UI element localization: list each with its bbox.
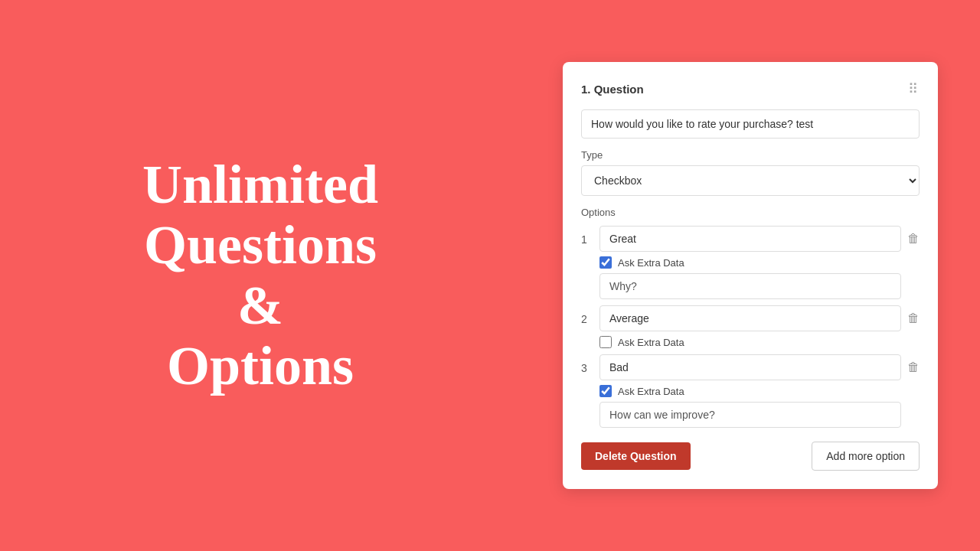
question-input[interactable] <box>581 109 920 139</box>
type-label: Type <box>581 149 920 161</box>
card-title: 1. Question <box>581 83 644 96</box>
hero-text: Unlimited Questions & Options <box>142 155 378 397</box>
drag-icon[interactable]: ⠿ <box>908 80 920 97</box>
ask-extra-data-checkbox-3[interactable] <box>599 385 612 397</box>
extra-data-row-1: Ask Extra Data <box>599 256 901 269</box>
option-row-3: 3 Ask Extra Data 🗑 <box>581 354 920 428</box>
left-panel: Unlimited Questions & Options <box>0 0 521 551</box>
card-footer: Delete Question Add more option <box>581 442 920 471</box>
option-input-2[interactable] <box>599 305 901 331</box>
delete-option-icon-2[interactable]: 🗑 <box>907 305 920 325</box>
hero-line1: Unlimited <box>142 155 378 215</box>
card-header: 1. Question ⠿ <box>581 80 920 97</box>
hero-line4: Options <box>142 336 378 396</box>
options-label: Options <box>581 207 920 218</box>
add-more-option-button[interactable]: Add more option <box>812 442 920 471</box>
option-input-1[interactable] <box>599 226 901 252</box>
ask-extra-data-label-2: Ask Extra Data <box>618 337 684 348</box>
hero-line3: & <box>142 276 378 336</box>
option-content-2: Ask Extra Data <box>599 305 901 348</box>
option-row-1: 1 Ask Extra Data 🗑 <box>581 226 920 299</box>
extra-data-row-3: Ask Extra Data <box>599 385 901 397</box>
right-panel: 1. Question ⠿ Type Checkbox Radio Text R… <box>521 0 980 551</box>
delete-option-icon-1[interactable]: 🗑 <box>907 226 920 246</box>
extra-data-row-2: Ask Extra Data <box>599 336 901 348</box>
option-number-3: 3 <box>581 354 593 374</box>
ask-extra-data-checkbox-1[interactable] <box>599 256 612 269</box>
option-number-2: 2 <box>581 305 593 325</box>
ask-extra-data-checkbox-2[interactable] <box>599 336 612 348</box>
option-content-1: Ask Extra Data <box>599 226 901 299</box>
ask-extra-data-label-3: Ask Extra Data <box>618 386 684 397</box>
delete-option-icon-3[interactable]: 🗑 <box>907 354 920 374</box>
extra-data-input-3[interactable] <box>599 402 901 428</box>
option-input-3[interactable] <box>599 354 901 380</box>
delete-question-button[interactable]: Delete Question <box>581 442 691 470</box>
ask-extra-data-label-1: Ask Extra Data <box>618 257 684 269</box>
question-card: 1. Question ⠿ Type Checkbox Radio Text R… <box>563 62 938 489</box>
option-row-2: 2 Ask Extra Data 🗑 <box>581 305 920 348</box>
option-number-1: 1 <box>581 226 593 246</box>
extra-data-input-1[interactable] <box>599 273 901 299</box>
type-select[interactable]: Checkbox Radio Text Rating <box>581 165 920 196</box>
option-content-3: Ask Extra Data <box>599 354 901 428</box>
hero-line2: Questions <box>142 215 378 276</box>
